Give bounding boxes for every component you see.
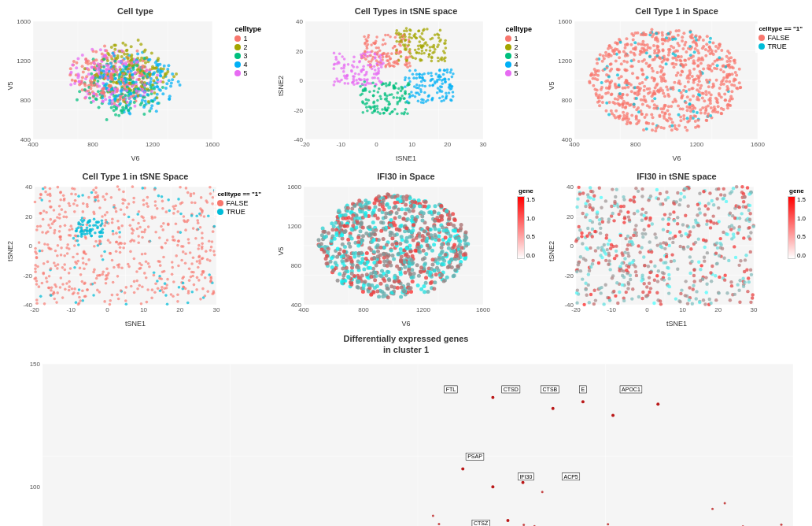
volcano-canvas xyxy=(20,356,809,526)
canvas-wrap-1: celltype 1 2 3 xyxy=(17,17,268,154)
panel-ifi30-tsne-title: IFI30 in tSNE space xyxy=(637,172,716,181)
legend-title-3: celltype == "1" xyxy=(758,25,803,32)
legend-item-3-1: FALSE xyxy=(758,34,803,42)
legend-label-2-5: 5 xyxy=(514,69,518,77)
panel-tsne-celltype: Cell Types in tSNE space tSNE2 celltype … xyxy=(271,0,541,165)
x-label-3: V6 xyxy=(544,154,809,162)
legend-item-1-2: 2 xyxy=(234,43,261,51)
legend-4: celltype == "1" FALSE TRUE xyxy=(214,189,264,218)
y-label-wrap-6: tSNE2 xyxy=(544,183,559,319)
legend-dot-1-2 xyxy=(234,44,241,50)
scatter-canvas-6 xyxy=(559,183,809,319)
legend-label-1-1: 1 xyxy=(243,35,247,43)
legend-dot-2-5 xyxy=(505,70,511,76)
plot-inner-2: tSNE2 celltype 1 2 xyxy=(274,17,538,154)
legend-title-4: celltype == "1" xyxy=(217,191,261,198)
legend-item-2-1: 1 xyxy=(505,35,532,43)
canvas-wrap-3: celltype == "1" FALSE TRUE xyxy=(559,17,809,154)
plot-wrapper-3: V5 celltype == "1" FALSE TRUE xyxy=(544,17,809,162)
plot-wrapper-4: tSNE2 celltype == "1" FALSE TRUE xyxy=(3,183,268,328)
gradient-label-5-4: 0.0 xyxy=(526,252,535,259)
canvas-wrap-4: celltype == "1" FALSE TRUE xyxy=(17,183,268,319)
volcano-canvas-wrap xyxy=(20,356,809,526)
plot-wrapper-5: V5 gene 1.5 1.0 0.5 xyxy=(274,183,538,328)
scatter-canvas-2 xyxy=(288,17,538,154)
gradient-label-6-4: 0.0 xyxy=(797,252,806,259)
y-label-wrap-4: tSNE2 xyxy=(3,183,17,319)
gradient-title-5: gene xyxy=(519,187,533,194)
legend-1: celltype 1 2 3 xyxy=(231,24,264,80)
legend-label-2-4: 4 xyxy=(514,61,518,69)
legend-label-2-1: 1 xyxy=(514,35,518,43)
legend-item-4-1: FALSE xyxy=(217,199,261,207)
volcano-title-1: Differentially expressed genes xyxy=(344,334,469,343)
legend-item-3-2: TRUE xyxy=(758,43,803,50)
legend-dot-2-1 xyxy=(505,35,511,42)
gradient-label-5-1: 1.5 xyxy=(526,196,535,203)
legend-dot-1-3 xyxy=(234,53,241,59)
y-label-4: tSNE2 xyxy=(6,240,14,261)
x-label-4: tSNE1 xyxy=(3,320,268,328)
panel-ifi30-tsne: IFI30 in tSNE space tSNE2 gene 1.5 xyxy=(541,165,812,331)
plot-inner-5: V5 gene 1.5 1.0 0.5 xyxy=(274,183,538,319)
plot-inner-4: tSNE2 celltype == "1" FALSE TRUE xyxy=(3,183,268,319)
gradient-bar-6 xyxy=(788,196,795,259)
gradient-label-6-3: 0.5 xyxy=(797,233,806,240)
panel-volcano: Differentially expressed genes in cluste… xyxy=(0,331,812,526)
panel-celltype1-tsne: Cell Type 1 in tSNE Space tSNE2 celltype… xyxy=(0,165,271,331)
legend-label-1-4: 4 xyxy=(243,61,247,69)
y-label-5: V5 xyxy=(277,246,285,255)
panel-celltype1-space-title: Cell Type 1 in Space xyxy=(635,6,718,16)
plot-wrapper-1: V5 celltype 1 2 xyxy=(3,17,268,162)
legend-2: celltype 1 2 3 xyxy=(502,24,535,80)
scatter-canvas-5 xyxy=(288,183,538,319)
legend-title-1: celltype xyxy=(234,25,261,33)
gradient-legend-5: gene 1.5 1.0 0.5 0.0 xyxy=(517,187,535,259)
plot-wrapper-6: tSNE2 gene 1.5 1.0 0.5 xyxy=(544,183,809,328)
legend-label-4-1: FALSE xyxy=(226,199,248,207)
volcano-plot-inner: -log10(out) xyxy=(3,356,809,526)
legend-title-2: celltype xyxy=(505,25,532,33)
canvas-wrap-2: celltype 1 2 3 xyxy=(288,17,538,154)
plot-inner-6: tSNE2 gene 1.5 1.0 0.5 xyxy=(544,183,809,319)
legend-dot-1-1 xyxy=(234,35,241,42)
legend-label-3-2: TRUE xyxy=(767,43,787,50)
panel-celltype1-tsne-title: Cell Type 1 in tSNE Space xyxy=(83,172,189,181)
scatter-canvas-1 xyxy=(17,17,268,154)
volcano-y-label-wrap: -log10(out) xyxy=(3,356,20,526)
legend-dot-1-5 xyxy=(234,70,241,76)
panel-celltype1-space: Cell Type 1 in Space V5 celltype == "1" … xyxy=(541,0,812,165)
legend-item-1-1: 1 xyxy=(234,35,261,43)
y-label-wrap-1: V5 xyxy=(3,17,17,154)
volcano-title-2: in cluster 1 xyxy=(344,345,469,354)
y-label-3: V5 xyxy=(548,81,555,90)
volcano-title-wrap: Differentially expressed genes in cluste… xyxy=(344,334,469,356)
legend-dot-4-2 xyxy=(217,209,223,215)
x-label-1: V6 xyxy=(3,154,268,162)
panel-ifi30-space-title: IFI30 in Space xyxy=(377,172,434,181)
legend-dot-2-3 xyxy=(505,53,511,59)
y-label-wrap-3: V5 xyxy=(544,17,559,154)
volcano-plot-wrapper: -log10(out) log2fc xyxy=(3,356,809,526)
legend-item-1-4: 4 xyxy=(234,61,261,69)
legend-label-3-1: FALSE xyxy=(767,34,789,42)
legend-item-1-5: 5 xyxy=(234,69,261,77)
panel-ifi30-space: IFI30 in Space V5 gene 1.5 xyxy=(271,165,541,331)
gradient-label-6-2: 1.0 xyxy=(797,215,806,222)
legend-3: celltype == "1" FALSE TRUE xyxy=(755,24,806,53)
gradient-labels-5: 1.5 1.0 0.5 0.0 xyxy=(526,196,535,259)
y-label-2: tSNE2 xyxy=(277,75,285,95)
gradient-title-6: gene xyxy=(789,187,804,194)
canvas-wrap-5: gene 1.5 1.0 0.5 0.0 xyxy=(288,183,538,319)
legend-label-1-5: 5 xyxy=(243,69,247,77)
panel-cell-type: Cell type V5 celltype 1 xyxy=(0,0,271,165)
gradient-label-5-2: 1.0 xyxy=(526,215,535,222)
plot-wrapper-2: tSNE2 celltype 1 2 xyxy=(274,17,538,162)
legend-dot-2-2 xyxy=(505,44,511,50)
legend-item-2-2: 2 xyxy=(505,43,532,51)
legend-item-2-5: 5 xyxy=(505,69,532,77)
legend-dot-2-4 xyxy=(505,61,511,68)
legend-item-4-2: TRUE xyxy=(217,208,261,216)
y-label-6: tSNE2 xyxy=(548,240,555,261)
y-label-wrap-5: V5 xyxy=(274,183,288,319)
